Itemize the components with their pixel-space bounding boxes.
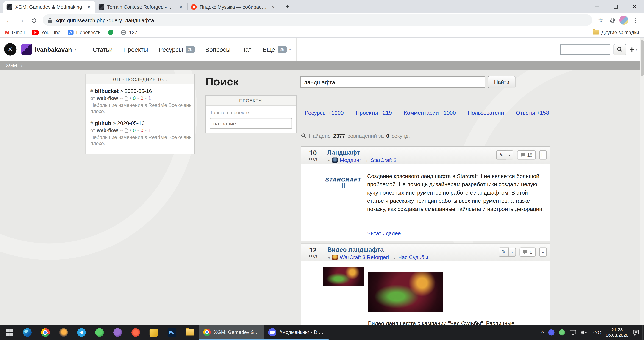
nav-questions[interactable]: Вопросы <box>200 38 236 61</box>
taskbar-firefox[interactable] <box>54 325 72 340</box>
tab-close-icon[interactable]: ✕ <box>178 4 184 10</box>
dash-separator: -- <box>120 95 123 101</box>
site-search-input[interactable] <box>560 44 610 55</box>
filter-projects[interactable]: Проекты +219 <box>356 110 392 116</box>
video-thumbnail[interactable] <box>323 267 364 286</box>
video-thumbnail-large[interactable] <box>368 272 443 312</box>
taskbar-keepass[interactable] <box>145 325 163 340</box>
forward-button[interactable]: → <box>16 14 27 26</box>
nav-projects[interactable]: Проекты <box>118 38 153 61</box>
flag-button[interactable]: - <box>539 248 547 257</box>
minimize-button[interactable] <box>588 0 606 13</box>
tab-close-icon[interactable]: ✕ <box>86 4 92 10</box>
filter-answers[interactable]: Ответы +158 <box>516 110 549 116</box>
found-suffix: секунд. <box>392 133 410 139</box>
result-actions: ✎ ▾ 6 - <box>498 248 547 257</box>
site-search-button[interactable] <box>614 44 626 55</box>
bookmark-translate[interactable]: A Перевести <box>68 30 100 35</box>
bookmark-unlabeled[interactable] <box>108 30 113 35</box>
taskbar-window-discord[interactable]: #модмейкинг - Dis... <box>264 325 328 340</box>
bookmark-127[interactable]: 127 <box>121 30 137 35</box>
display-tray-icon[interactable] <box>570 330 576 335</box>
browser-menu-button[interactable]: ⋮ <box>630 15 641 26</box>
green-tray-icon[interactable] <box>559 329 565 335</box>
nav-resources[interactable]: Ресурсы 20 <box>153 38 200 61</box>
read-more-link[interactable]: Читать далее... <box>367 230 405 236</box>
tab-yandex-music[interactable]: Яндекс.Музыка — собираем му... ✕ <box>188 1 280 13</box>
edit-dropdown-button[interactable]: ▾ <box>509 248 516 257</box>
category-link[interactable]: WarCraft 3 Reforged <box>340 254 389 260</box>
nav-chat[interactable]: Чат <box>236 38 257 61</box>
taskbar-messenger[interactable] <box>90 325 108 340</box>
category-link[interactable]: Моддинг <box>340 157 361 163</box>
result-title-link[interactable]: Видео ландшафта <box>327 246 384 253</box>
page-scrollbar[interactable] <box>640 38 644 325</box>
extensions-button[interactable] <box>607 15 618 26</box>
tab-close-icon[interactable]: ✕ <box>270 4 276 10</box>
flag-button[interactable]: Н <box>539 150 547 159</box>
taskbar-edge[interactable] <box>18 325 36 340</box>
filter-resources[interactable]: Ресурсы +1000 <box>305 110 344 116</box>
nav-articles[interactable]: Статьи <box>87 38 118 61</box>
edit-button[interactable]: ✎ <box>498 248 509 257</box>
nav-more[interactable]: Еще 26 ▾ <box>257 38 297 61</box>
taskbar-window-chrome[interactable]: XGM: Gamedev & ... <box>199 325 264 340</box>
bookmark-youtube[interactable]: YouTube <box>32 30 60 35</box>
result-title-link[interactable]: Ландшафт <box>327 149 360 156</box>
search-submit-button[interactable]: Найти <box>488 76 516 88</box>
edit-button[interactable]: ✎ <box>496 150 506 159</box>
git-commit-item[interactable]: # github > 2020-05-16 от web-flow -- \ 0… <box>90 120 190 147</box>
new-tab-button[interactable]: + <box>282 1 293 12</box>
taskbar-opera[interactable] <box>126 325 145 340</box>
starcraft2-logo[interactable]: STARCRAFT II <box>323 173 364 192</box>
taskbar-photoshop[interactable]: Ps <box>162 325 181 340</box>
user-menu[interactable]: ivanbakavan ▾ <box>22 44 77 55</box>
discord-tray-icon[interactable] <box>548 329 554 335</box>
git-commit-item[interactable]: # bitbucket > 2020-05-16 от web-flow -- … <box>90 88 190 115</box>
bookmark-gmail[interactable]: M Gmail <box>5 29 25 35</box>
maximize-button[interactable] <box>606 0 625 13</box>
search-query-input[interactable] <box>300 77 485 88</box>
commit-hash-link[interactable]: # <box>90 120 94 126</box>
start-button[interactable] <box>0 325 18 340</box>
browser-profile-avatar[interactable] <box>619 16 628 25</box>
show-desktop-button[interactable] <box>642 325 644 340</box>
action-center-icon[interactable] <box>633 330 639 335</box>
volume-icon[interactable] <box>581 330 587 335</box>
address-bar[interactable]: xgm.guru/search.php?query=ландшафта <box>43 14 592 26</box>
filter-comments[interactable]: Комментарии +1000 <box>404 110 456 116</box>
breadcrumb-home-link[interactable]: XGM <box>6 63 17 68</box>
other-bookmarks-button[interactable]: Другие закладки <box>593 30 639 35</box>
scrollbar-thumb[interactable] <box>641 40 644 76</box>
project-name-input[interactable] <box>210 118 292 129</box>
reload-button[interactable] <box>28 14 40 26</box>
subcategory-link[interactable]: StarCraft 2 <box>371 157 396 163</box>
edit-dropdown-button[interactable]: ▾ <box>506 150 513 159</box>
taskbar-explorer[interactable] <box>181 325 199 340</box>
taskbar-chrome[interactable] <box>36 325 54 340</box>
tab-xgm-search[interactable]: XGM: Gamedev & Modmaking ✕ <box>3 1 95 13</box>
nav-label: Чат <box>241 46 252 53</box>
gmail-icon: M <box>5 29 9 35</box>
repo-name[interactable]: bitbucket <box>95 88 118 94</box>
subcategory-link[interactable]: Час Судьбы <box>398 254 428 260</box>
back-button[interactable]: ← <box>3 14 15 26</box>
filter-users[interactable]: Пользователи <box>468 110 504 116</box>
clock[interactable]: 21:23 06.08.2020 <box>606 327 628 338</box>
close-button[interactable]: ✕ <box>625 0 644 13</box>
tab-terrain-contest[interactable]: Terrain Contest: Reforged - XGM ✕ <box>95 1 187 13</box>
add-content-button[interactable]: + ▾ <box>630 45 640 54</box>
resources-count-badge: 20 <box>186 46 195 53</box>
repo-name[interactable]: github <box>95 120 111 126</box>
commit-hash-link[interactable]: # <box>90 88 94 94</box>
bookmark-star-button[interactable]: ☆ <box>596 15 606 26</box>
hidden-icons-chevron[interactable]: ^ <box>542 330 544 335</box>
language-indicator[interactable]: РУС <box>591 330 601 335</box>
comments-button[interactable]: 6 <box>520 248 536 257</box>
xgm-logo-icon[interactable]: ✕ <box>4 43 16 55</box>
git-panel: GIT - ПОСЛЕДНИЕ 10... # bitbucket > 2020… <box>85 74 195 154</box>
comments-button[interactable]: 18 <box>517 150 536 159</box>
taskbar-telegram[interactable] <box>72 325 90 340</box>
url-text[interactable]: xgm.guru/search.php?query=ландшафта <box>56 17 154 23</box>
taskbar-viber[interactable] <box>108 325 126 340</box>
